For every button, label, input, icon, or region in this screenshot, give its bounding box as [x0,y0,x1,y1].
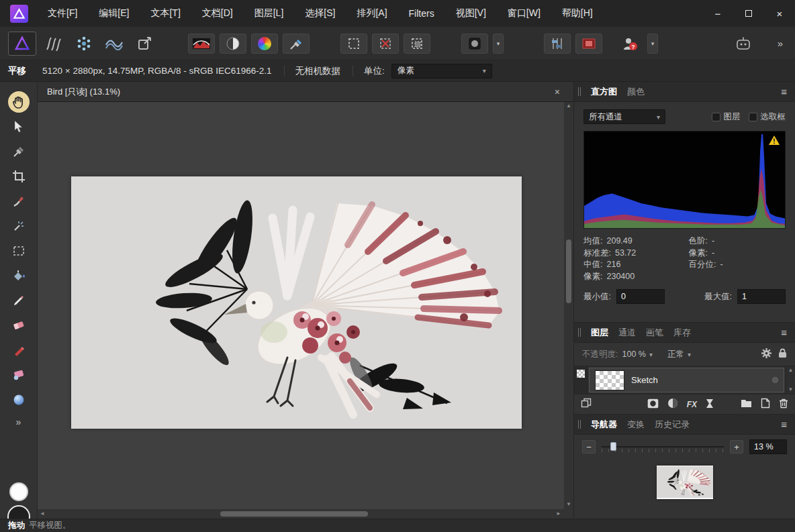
blur-tool-button[interactable] [5,388,32,412]
viewport[interactable]: ▲ ▼ ◄ ► [38,102,573,519]
photo-persona-button[interactable] [8,32,36,56]
paint-brush-tool-button[interactable] [5,288,32,313]
select-all-button[interactable] [340,34,367,54]
min-input[interactable] [616,289,665,304]
scroll-down-icon[interactable]: ▼ [788,387,794,392]
warning-icon[interactable] [769,136,780,147]
more-tools-button[interactable]: » [16,417,21,427]
auto-colours-button[interactable] [251,34,278,54]
menu-select[interactable]: 选择[S] [294,0,346,27]
foreground-swatch[interactable] [9,482,28,501]
menu-document[interactable]: 文档[D] [191,0,244,27]
tab-layers[interactable]: 图层 [591,327,608,339]
scroll-up-icon[interactable]: ▲ [788,368,794,373]
scroll-right-icon[interactable]: ► [556,511,561,517]
menu-edit[interactable]: 编辑[E] [88,0,140,27]
menu-layer[interactable]: 图层[L] [244,0,295,27]
smudge-tool-button[interactable] [5,363,32,387]
flood-fill-tool-button[interactable] [5,264,32,288]
panel-grip-icon[interactable] [578,328,581,337]
auto-contrast-button[interactable] [220,34,246,54]
layer-list-scrollbar[interactable]: ▲ ▼ [786,366,795,394]
horizontal-scroll-thumb[interactable] [220,511,368,517]
panel-menu-icon[interactable]: ≡ [781,327,787,338]
tab-channels[interactable]: 通道 [618,327,636,339]
colour-picker-tool-button[interactable] [5,140,32,164]
panel-grip-icon[interactable] [578,87,581,96]
zoom-slider[interactable] [602,440,724,454]
blend-options-gear-icon[interactable] [761,348,771,360]
flood-select-tool-button[interactable] [5,214,32,238]
tab-colour[interactable]: 颜色 [627,86,645,98]
move-tool-button[interactable] [5,115,32,139]
view-tool-button[interactable] [5,90,32,114]
document-tab[interactable]: Bird [只读] (13.1%) × [38,82,573,101]
auto-levels-button[interactable] [188,34,215,54]
menu-help[interactable]: 帮助[H] [551,0,604,27]
zoom-out-button[interactable]: − [582,440,596,454]
scroll-down-icon[interactable]: ▼ [566,502,571,507]
unit-select[interactable]: 像素 ▾ [391,64,492,78]
assistant-button[interactable]: ? [617,32,643,55]
opacity-select[interactable]: 100 % ▾ [622,350,652,359]
assistant-robot-button[interactable] [731,32,756,55]
menu-file[interactable]: 文件[F] [37,0,88,27]
tab-histogram[interactable]: 直方图 [591,86,617,98]
snapping-button[interactable] [544,34,571,54]
navigator-thumbnail[interactable] [657,466,713,499]
quick-mask-button[interactable] [461,34,488,54]
marquee-tool-button[interactable] [5,239,32,263]
tone-mapping-persona-button[interactable] [101,32,127,55]
layer-visibility-checkbox[interactable] [772,377,778,383]
zoom-slider-handle[interactable] [610,442,616,451]
panel-menu-icon[interactable]: ≡ [781,86,787,97]
live-filter-icon[interactable] [706,398,714,411]
layer-row[interactable]: Sketch [589,368,784,392]
toolbar-overflow-button[interactable]: » [774,38,787,49]
delete-layer-icon[interactable] [779,398,788,411]
vertical-scroll-thumb[interactable] [566,240,571,303]
layer-thumbnail[interactable] [595,370,624,390]
tab-navigator[interactable]: 导航器 [591,419,617,431]
mask-layer-icon[interactable] [647,398,659,411]
selection-brush-tool-button[interactable] [5,189,32,213]
liquify-persona-button[interactable] [41,32,66,55]
scroll-up-icon[interactable]: ▲ [566,103,571,109]
menu-view[interactable]: 视图[V] [445,0,497,27]
tab-close-icon[interactable]: × [551,87,564,97]
background-swatch[interactable] [7,505,30,519]
menu-window[interactable]: 窗口[W] [497,0,551,27]
blend-mode-select[interactable]: 正常 ▾ [667,349,691,360]
adjustment-layer-icon[interactable] [667,398,678,411]
export-persona-button[interactable] [132,32,157,55]
panel-grip-icon[interactable] [578,420,581,429]
scroll-left-icon[interactable]: ◄ [40,511,45,517]
edit-all-layers-toggle[interactable] [574,366,588,394]
menu-arrange[interactable]: 排列[A] [346,0,398,27]
layer-effects-icon[interactable]: FX [687,400,697,409]
new-layer-icon[interactable] [761,398,770,411]
tab-transform[interactable]: 变换 [627,419,645,431]
zoom-value-input[interactable] [749,439,787,454]
vertical-scrollbar[interactable]: ▲ ▼ [564,102,573,509]
erase-tool-button[interactable] [5,313,32,337]
deselect-button[interactable] [372,34,399,54]
invert-selection-button[interactable] [404,34,430,54]
channel-select[interactable]: 所有通道 ▾ [583,109,665,124]
tab-history[interactable]: 历史记录 [655,419,690,431]
zoom-in-button[interactable]: + [730,440,743,454]
assistant-dropdown[interactable]: ▾ [647,34,658,54]
minimize-button[interactable]: − [702,0,733,27]
layer-checkbox[interactable] [712,113,720,121]
maximize-button[interactable] [733,0,764,27]
group-layers-icon[interactable] [741,398,752,410]
max-input[interactable] [737,289,786,304]
develop-persona-button[interactable] [71,32,97,55]
tab-stock[interactable]: 库存 [673,327,691,339]
crop-tool-button[interactable] [5,164,32,189]
tab-brushes[interactable]: 画笔 [646,327,663,339]
marquee-checkbox[interactable] [749,113,757,121]
panel-menu-icon[interactable]: ≡ [781,419,787,430]
dodge-tool-button[interactable] [5,338,32,362]
quick-mask-dropdown[interactable]: ▾ [493,34,504,54]
